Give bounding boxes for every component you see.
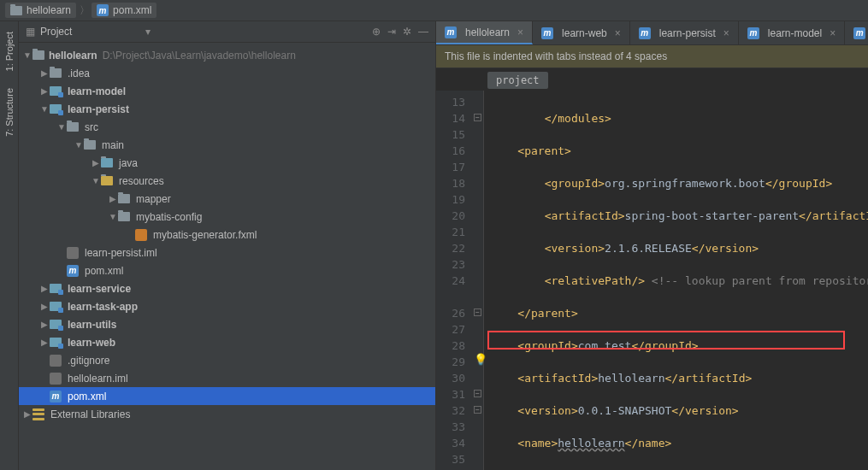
tree-node-mapper[interactable]: mapper <box>19 190 435 208</box>
code-editor[interactable]: 1314151617181920212223242627282930313233… <box>436 91 868 470</box>
folder-icon <box>118 212 130 221</box>
module-icon <box>50 302 62 311</box>
tree-node-external-libs[interactable]: External Libraries <box>19 405 435 423</box>
breadcrumb-file[interactable]: m pom.xml <box>92 3 156 18</box>
project-panel-header: ▦ Project ▾ ⊕ ⇥ ✲ — <box>19 21 435 43</box>
folder-icon <box>50 68 62 78</box>
close-icon[interactable]: × <box>723 27 729 39</box>
tree-node-src[interactable]: src <box>19 118 435 136</box>
tree-node-mybatis-generator[interactable]: mybatis-generator.fxml <box>19 226 435 244</box>
tree-root[interactable]: hellolearnD:\Project\Java\Learn\javademo… <box>19 46 435 64</box>
project-tree: hellolearnD:\Project\Java\Learn\javademo… <box>19 43 435 470</box>
module-icon <box>50 338 62 347</box>
sidebar-tab-structure[interactable]: 7: Structure <box>3 85 16 140</box>
tree-node-gitignore[interactable]: .gitignore <box>19 351 435 369</box>
breadcrumb-file-label: pom.xml <box>113 4 151 16</box>
xml-file-icon <box>135 229 147 241</box>
tree-root-path: D:\Project\Java\Learn\javademo\hellolear… <box>103 50 296 62</box>
folder-icon <box>84 140 96 150</box>
fold-marker[interactable]: − <box>474 406 481 414</box>
tree-node-persist-pom[interactable]: mpom.xml <box>19 261 435 279</box>
tree-node-learn-task[interactable]: learn-task-app <box>19 297 435 315</box>
iml-file-icon <box>50 373 62 385</box>
collapse-icon[interactable]: ⇥ <box>387 26 396 38</box>
editor-breadcrumb-chip[interactable]: project <box>487 72 548 89</box>
tree-node-idea[interactable]: .idea <box>19 64 435 82</box>
gear-icon[interactable]: ✲ <box>403 26 411 38</box>
maven-icon: m <box>853 27 865 39</box>
code-content[interactable]: </modules> <parent> <groupId>org.springf… <box>484 91 868 470</box>
project-panel-title[interactable]: Project <box>40 26 72 38</box>
folder-icon <box>32 50 44 60</box>
line-gutter: 1314151617181920212223242627282930313233… <box>436 91 472 470</box>
editor-tabs: mhellolearn× mlearn-web× mlearn-persist×… <box>436 21 868 45</box>
tab-learn-persist[interactable]: mlearn-persist× <box>630 21 739 44</box>
tab-hellolearn[interactable]: mhellolearn× <box>436 21 533 44</box>
sidebar-tab-project[interactable]: 1: Project <box>3 28 16 74</box>
module-icon <box>50 104 62 114</box>
fold-marker[interactable]: − <box>474 308 481 316</box>
target-icon[interactable]: ⊕ <box>372 26 381 38</box>
tree-node-persist-iml[interactable]: learn-persist.iml <box>19 244 435 261</box>
folder-icon <box>10 6 22 15</box>
close-icon[interactable]: × <box>830 27 836 39</box>
lightbulb-icon[interactable]: 💡 <box>474 353 487 366</box>
module-icon <box>50 284 62 293</box>
breadcrumb: hellolearn 〉 m pom.xml <box>0 0 868 21</box>
iml-file-icon <box>67 247 79 259</box>
source-folder-icon <box>101 158 113 167</box>
tree-node-mybatis-config[interactable]: mybatis-config <box>19 208 435 226</box>
tab-learn-model[interactable]: mlearn-model× <box>739 21 845 44</box>
tree-node-java[interactable]: java <box>19 154 435 172</box>
tab-learn-web[interactable]: mlearn-web× <box>533 21 630 44</box>
maven-icon: m <box>639 27 651 39</box>
tree-node-root-pom[interactable]: mpom.xml <box>19 387 435 405</box>
close-icon[interactable]: × <box>615 27 621 39</box>
library-icon <box>32 408 44 420</box>
breadcrumb-separator: 〉 <box>80 3 90 18</box>
tree-node-learn-persist[interactable]: learn-persist <box>19 100 435 118</box>
tree-node-learn-web[interactable]: learn-web <box>19 333 435 351</box>
tool-window-bar: 1: Project 7: Structure <box>0 21 19 470</box>
folder-icon <box>118 194 130 203</box>
hide-icon[interactable]: — <box>418 26 428 38</box>
maven-icon: m <box>541 27 553 39</box>
tree-node-root-iml[interactable]: hellolearn.iml <box>19 369 435 387</box>
indent-warning-bar[interactable]: This file is indented with tabs instead … <box>436 45 868 68</box>
module-icon <box>50 320 62 329</box>
tree-node-learn-utils[interactable]: learn-utils <box>19 315 435 333</box>
tree-node-learn-service[interactable]: learn-service <box>19 279 435 297</box>
maven-icon: m <box>97 4 109 16</box>
editor-area: mhellolearn× mlearn-web× mlearn-persist×… <box>436 21 868 470</box>
breadcrumb-root[interactable]: hellolearn <box>5 3 76 18</box>
project-panel: ▦ Project ▾ ⊕ ⇥ ✲ — hellolearnD:\Project… <box>19 21 436 470</box>
folder-icon <box>67 122 79 132</box>
maven-icon: m <box>747 27 759 39</box>
breadcrumb-root-label: hellolearn <box>27 4 71 16</box>
maven-icon: m <box>67 265 79 277</box>
close-icon[interactable]: × <box>517 26 523 38</box>
tree-node-resources[interactable]: resources <box>19 172 435 190</box>
tree-node-learn-model[interactable]: learn-model <box>19 82 435 100</box>
module-icon <box>50 86 62 96</box>
fold-marker[interactable]: − <box>474 114 481 121</box>
chevron-down-icon[interactable]: ▾ <box>145 26 151 38</box>
tab-truncated[interactable]: mlea <box>845 21 868 44</box>
project-dropdown-icon[interactable]: ▦ <box>26 26 35 38</box>
resource-folder-icon <box>101 176 113 185</box>
fold-marker[interactable]: − <box>474 390 481 397</box>
fold-column[interactable]: − − − − <box>472 91 484 470</box>
maven-icon: m <box>50 391 62 402</box>
tree-root-name: hellolearn <box>49 50 97 62</box>
tree-node-main[interactable]: main <box>19 136 435 154</box>
file-icon <box>50 355 62 367</box>
maven-icon: m <box>445 26 457 38</box>
